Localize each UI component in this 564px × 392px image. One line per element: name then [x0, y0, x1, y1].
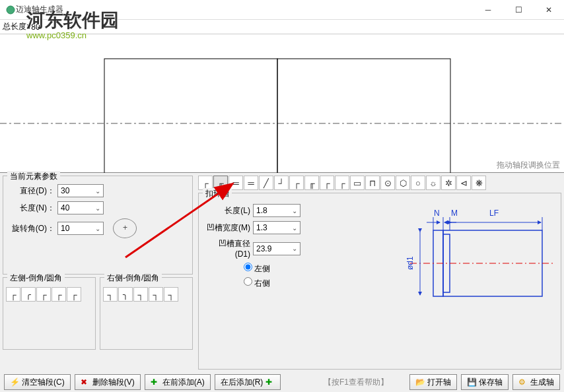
plus-icon: ✚	[151, 377, 160, 387]
drag-hint: 拖动轴段调换位置	[497, 160, 560, 171]
feature-opt-15[interactable]: ○	[411, 176, 425, 190]
ring-length-label: 长度(L)	[204, 205, 250, 216]
rotation-select[interactable]: 10	[57, 222, 104, 235]
ring-width-label: 凹槽宽度(M)	[204, 222, 250, 234]
left-chamfer-opt-5[interactable]: ┌	[67, 287, 81, 302]
feature-opt-18[interactable]: ⊲	[456, 176, 471, 190]
save-button[interactable]: 💾保存轴	[461, 374, 509, 390]
diameter-label: 直径(D)：	[9, 185, 55, 197]
length-label: 长度(N)：	[9, 203, 55, 214]
save-icon: 💾	[467, 377, 476, 387]
left-chamfer-opt-2[interactable]: ╭	[21, 287, 36, 302]
feature-opt-19[interactable]: ❋	[472, 176, 486, 190]
right-chamfer-opt-3[interactable]: ┐	[133, 287, 148, 302]
maximize-button[interactable]: ☐	[503, 0, 534, 20]
feature-opt-11[interactable]: ▭	[350, 176, 365, 190]
diameter-select[interactable]: 30	[57, 184, 104, 197]
right-chamfer-opt-4[interactable]: ┐	[149, 287, 163, 302]
right-chamfer-opt-1[interactable]: ┐	[103, 287, 118, 302]
feature-opt-10[interactable]: ┌	[335, 176, 349, 190]
params-group-title: 当前元素参数	[7, 171, 60, 182]
f1-hint: 【按F1查看帮助】	[324, 377, 388, 388]
radio-left[interactable]: 左侧	[244, 264, 270, 273]
svg-text:N: N	[434, 209, 440, 218]
ring-group-title: 扣环槽	[203, 188, 232, 199]
total-length-label: 总长度:	[3, 21, 28, 32]
feature-opt-8[interactable]: ╓	[304, 176, 319, 190]
close-button[interactable]: ✕	[534, 0, 564, 20]
rotation-icon	[113, 218, 137, 238]
ring-diam-select[interactable]: 23.9	[253, 242, 300, 255]
window-title: 迈迪轴生成器	[16, 4, 63, 15]
feature-opt-16[interactable]: ☼	[426, 176, 441, 190]
folder-icon: 📂	[415, 377, 425, 387]
feature-opt-9[interactable]: ┌	[320, 176, 334, 190]
x-icon: ✖	[81, 377, 90, 387]
right-chamfer-opt-5[interactable]: ┐	[164, 287, 178, 302]
svg-text:LF: LF	[489, 209, 499, 218]
add-before-button[interactable]: ✚在前添加(A)	[145, 374, 211, 390]
feature-opt-17[interactable]: ✲	[441, 176, 456, 190]
radio-right[interactable]: 右侧	[244, 278, 270, 288]
left-chamfer-title: 左侧-倒角/圆角	[7, 273, 65, 284]
generate-button[interactable]: ⚙生成轴	[512, 374, 560, 390]
feature-opt-5[interactable]: ╱	[259, 176, 273, 190]
minimize-button[interactable]: ─	[473, 0, 503, 20]
add-after-button[interactable]: 在后添加(R) ✚	[215, 374, 281, 390]
right-chamfer-title: 右侧-倒角/圆角	[104, 273, 162, 284]
gear-icon: ⚙	[518, 377, 528, 387]
svg-text:M: M	[451, 209, 458, 218]
svg-text:ød1: ød1	[405, 256, 415, 270]
left-chamfer-opt-1[interactable]: ┌	[6, 287, 20, 302]
svg-rect-3	[277, 59, 450, 173]
right-chamfer-opt-2[interactable]: ╮	[118, 287, 133, 302]
total-length-value: 80	[31, 22, 40, 32]
feature-opt-14[interactable]: ⬡	[396, 176, 410, 190]
feature-opt-12[interactable]: ⊓	[365, 176, 380, 190]
length-select[interactable]: 40	[57, 201, 104, 214]
lightning-icon: ⚡	[10, 377, 19, 387]
rotation-label: 旋转角(O)：	[9, 223, 55, 234]
preview-area[interactable]: 拖动轴段调换位置	[0, 34, 564, 173]
svg-rect-2	[104, 59, 277, 173]
ring-diam-label: 凹槽直径(D1)	[204, 238, 250, 259]
left-chamfer-opt-4[interactable]: ┌	[52, 287, 66, 302]
left-chamfer-opt-3[interactable]: ┌	[36, 287, 51, 302]
feature-opt-13[interactable]: ⊙	[380, 176, 395, 190]
delete-button[interactable]: ✖删除轴段(V)	[75, 374, 141, 390]
feature-opt-7[interactable]: ┌	[289, 176, 304, 190]
ring-width-select[interactable]: 1.3	[253, 221, 300, 234]
ring-length-select[interactable]: 1.8	[253, 204, 300, 217]
feature-opt-6[interactable]: ┘	[274, 176, 289, 190]
ring-diagram: N M LF ød1	[397, 197, 555, 316]
plus-icon: ✚	[265, 377, 275, 387]
clear-button[interactable]: ⚡清空轴段(C)	[4, 374, 71, 390]
open-button[interactable]: 📂打开轴	[409, 374, 457, 390]
app-icon	[5, 5, 16, 15]
svg-point-0	[7, 6, 15, 14]
shaft-preview-svg	[0, 34, 564, 173]
feature-opt-4[interactable]: ═	[244, 176, 258, 190]
